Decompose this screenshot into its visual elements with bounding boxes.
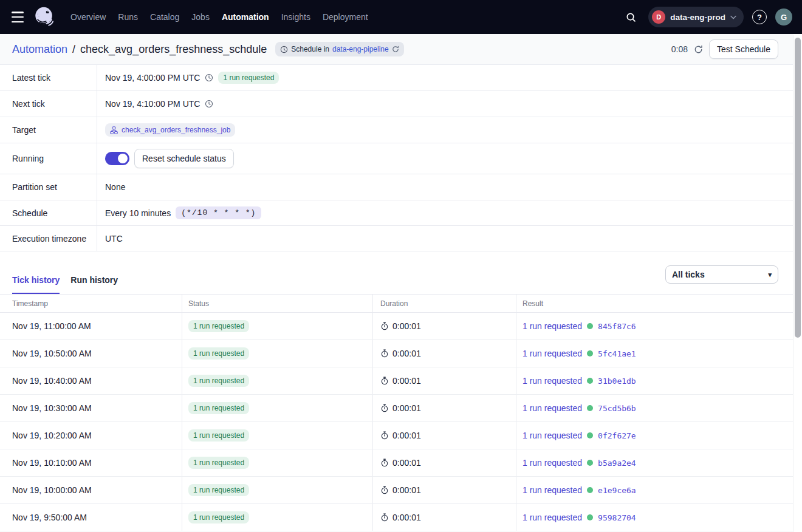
tab-run-history[interactable]: Run history [70,275,118,294]
tick-duration-value: 0:00:01 [392,485,421,495]
dagster-logo-icon[interactable] [33,5,56,29]
tick-row[interactable]: Nov 19, 10:40:00 AM 1 run requested 0:00… [0,367,793,395]
workspace-name: data-eng-prod [670,13,725,22]
tick-row[interactable]: Nov 19, 10:50:00 AM 1 run requested 0:00… [0,340,793,367]
test-schedule-button[interactable]: Test Schedule [709,39,778,59]
run-id-link[interactable]: 5fc41ae1 [598,349,636,358]
menu-icon[interactable] [10,11,26,23]
pipeline-link[interactable]: data-eng-pipeline [332,45,389,53]
run-requested-link[interactable]: 1 run requested [523,513,582,522]
running-toggle[interactable] [105,152,129,165]
schedule-text: Every 10 minutes [105,208,171,218]
nav-right: D data-eng-prod ? G [622,7,792,27]
tick-row[interactable]: Nov 19, 10:20:00 AM 1 run requested 0:00… [0,422,793,449]
tick-duration-cell: 0:00:01 [373,395,516,421]
workspace-initial-badge: D [652,10,665,24]
tick-row[interactable]: Nov 19, 10:00:00 AM 1 run requested 0:00… [0,477,793,504]
run-id-link[interactable]: 0f2f627e [598,431,636,440]
tick-status-cell: 1 run requested [182,367,373,394]
tick-row[interactable]: Nov 19, 10:10:00 AM 1 run requested 0:00… [0,449,793,477]
select-caret-icon: ▾ [768,271,772,279]
tick-status-badge: 1 run requested [188,457,249,469]
header-status: Status [182,295,373,312]
detail-row-schedule: Schedule Every 10 minutes (*/10 * * * *) [0,200,793,226]
chevron-down-icon [730,15,736,19]
nav-menu: OverviewRunsCatalogJobsAutomationInsight… [70,9,380,26]
main-content: Automation / check_avg_orders_freshness_… [0,34,793,531]
tick-duration-value: 0:00:01 [392,321,421,331]
tick-result-cell: 1 run requested 5fc41ae1 [516,340,793,367]
stopwatch-icon [380,513,389,522]
tick-timestamp: Nov 19, 10:00:00 AM [0,477,182,503]
refresh-countdown: 0:08 [671,44,688,54]
timezone-value: UTC [105,234,123,244]
run-requested-link[interactable]: 1 run requested [523,376,582,386]
reset-schedule-status-button[interactable]: Reset schedule status [134,149,234,168]
run-id-link[interactable]: 845f87c6 [598,322,636,331]
nav-item-runs[interactable]: Runs [118,9,138,26]
tick-duration-cell: 0:00:01 [373,449,516,476]
tick-timestamp: Nov 19, 10:20:00 AM [0,422,182,449]
schedule-location-badge: Schedule in data-eng-pipeline [275,42,403,56]
nav-item-catalog[interactable]: Catalog [150,9,179,26]
run-status-dot [587,323,593,329]
tick-result-cell: 1 run requested 31b0e1db [516,367,793,394]
tick-row[interactable]: Nov 19, 10:30:00 AM 1 run requested 0:00… [0,395,793,422]
badge-refresh-icon[interactable] [392,46,399,53]
latest-tick-time: Nov 19, 4:00:00 PM UTC [105,73,200,83]
stopwatch-icon [380,459,389,467]
user-avatar[interactable]: G [775,9,792,26]
detail-row-running: Running Reset schedule status [0,143,793,174]
run-id-link[interactable]: b5a9a2e4 [598,459,636,468]
detail-value-timezone: UTC [97,226,793,251]
next-tick-time: Nov 19, 4:10:00 PM UTC [105,99,200,109]
help-icon[interactable]: ? [752,10,767,24]
breadcrumb-automation-link[interactable]: Automation [12,43,67,56]
run-requested-link[interactable]: 1 run requested [523,431,582,440]
tick-duration-cell: 0:00:01 [373,367,516,394]
scrollbar-track[interactable] [793,35,802,532]
tick-status-cell: 1 run requested [182,422,373,449]
tick-row[interactable]: Nov 19, 11:00:00 AM 1 run requested 0:00… [0,313,793,340]
breadcrumb: Automation / check_avg_orders_freshness_… [12,42,404,56]
nav-item-overview[interactable]: Overview [70,9,106,26]
stopwatch-icon [380,377,389,385]
nav-item-deployment[interactable]: Deployment [323,9,368,26]
stopwatch-icon [380,404,389,412]
cron-expression: (*/10 * * * *) [176,206,261,219]
dagster-logo-svg [33,5,56,29]
tick-row[interactable]: Nov 19, 9:50:00 AM 1 run requested 0:00:… [0,504,793,531]
tick-status-cell: 1 run requested [182,504,373,531]
detail-label-next-tick: Next tick [0,91,97,117]
nav-item-insights[interactable]: Insights [281,9,310,26]
latest-tick-status-badge: 1 run requested [218,72,279,84]
run-id-link[interactable]: 31b0e1db [598,377,636,386]
run-requested-link[interactable]: 1 run requested [523,485,582,495]
run-id-link[interactable]: e1e9ce6a [598,486,636,495]
tick-duration-value: 0:00:01 [392,403,421,413]
nav-item-automation[interactable]: Automation [222,9,269,26]
nav-item-jobs[interactable]: Jobs [191,9,210,26]
detail-row-latest-tick: Latest tick Nov 19, 4:00:00 PM UTC 1 run… [0,65,793,91]
page-title: check_avg_orders_freshness_schdule [80,43,267,56]
run-requested-link[interactable]: 1 run requested [523,349,582,358]
run-id-link[interactable]: 95982704 [598,513,636,522]
tick-timestamp: Nov 19, 9:50:00 AM [0,504,182,531]
run-requested-link[interactable]: 1 run requested [523,458,582,468]
run-id-link[interactable]: 75cd5b6b [598,404,636,413]
scrollbar-thumb[interactable] [795,38,801,338]
tick-filter-select[interactable]: All ticks ▾ [665,265,778,284]
detail-value-schedule: Every 10 minutes (*/10 * * * *) [97,200,793,225]
detail-label-target: Target [0,117,97,143]
detail-label-latest-tick: Latest tick [0,65,97,90]
tick-status-badge: 1 run requested [188,320,249,332]
target-job-link[interactable]: check_avg_orders_freshness_job [105,123,235,137]
workspace-switcher[interactable]: D data-eng-prod [648,7,744,27]
run-requested-link[interactable]: 1 run requested [523,321,582,331]
detail-row-timezone: Execution timezone UTC [0,226,793,251]
run-requested-link[interactable]: 1 run requested [523,403,582,413]
search-icon[interactable] [622,8,640,26]
refresh-icon[interactable] [694,45,703,54]
tab-tick-history[interactable]: Tick history [12,275,60,294]
detail-value-next-tick: Nov 19, 4:10:00 PM UTC [97,91,793,117]
